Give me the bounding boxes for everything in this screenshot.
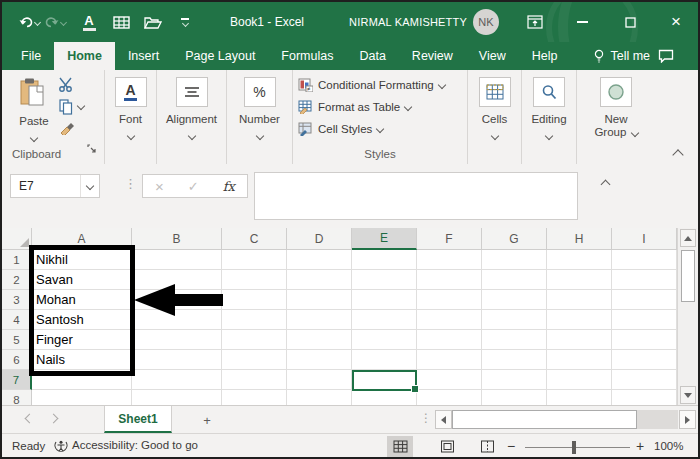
row-header-3[interactable]: 3 xyxy=(2,290,32,310)
zoom-slider-track[interactable] xyxy=(525,447,630,448)
select-all-corner[interactable] xyxy=(2,228,32,250)
clipboard-dialog-launcher[interactable] xyxy=(87,140,97,158)
cell-C5[interactable] xyxy=(222,330,287,350)
cell-F2[interactable] xyxy=(417,270,482,290)
row-header-4[interactable]: 4 xyxy=(2,310,32,330)
zoom-slider-thumb[interactable] xyxy=(572,441,576,454)
cell-I1[interactable] xyxy=(612,250,677,270)
tab-home[interactable]: Home xyxy=(54,42,115,70)
cell-H8[interactable] xyxy=(547,390,612,405)
cell-I5[interactable] xyxy=(612,330,677,350)
formula-bar-input[interactable] xyxy=(254,172,578,220)
cell-H7[interactable] xyxy=(547,370,612,390)
cell-E4[interactable] xyxy=(352,310,417,330)
cell-C1[interactable] xyxy=(222,250,287,270)
cell-C3[interactable] xyxy=(222,290,287,310)
next-sheet-icon[interactable] xyxy=(50,415,58,423)
cell-F6[interactable] xyxy=(417,350,482,370)
zoom-out-button[interactable]: − xyxy=(507,438,515,454)
close-button[interactable]: × xyxy=(659,2,693,42)
selected-cell-E7[interactable] xyxy=(352,370,417,391)
name-box[interactable]: E7 xyxy=(10,174,100,198)
cell-D1[interactable] xyxy=(287,250,352,270)
cell-I3[interactable] xyxy=(612,290,677,310)
cell-C7[interactable] xyxy=(222,370,287,390)
previous-sheet-icon[interactable] xyxy=(26,415,34,423)
tab-formulas[interactable]: Formulas xyxy=(268,42,346,70)
cell-B4[interactable] xyxy=(132,310,222,330)
cell-H6[interactable] xyxy=(547,350,612,370)
page-break-preview-button[interactable] xyxy=(474,436,500,457)
cell-B3[interactable] xyxy=(132,290,222,310)
cell-B8[interactable] xyxy=(132,390,222,405)
cell-C4[interactable] xyxy=(222,310,287,330)
column-header-D[interactable]: D xyxy=(287,228,352,250)
cell-B7[interactable] xyxy=(132,370,222,390)
cell-C2[interactable] xyxy=(222,270,287,290)
cell-D3[interactable] xyxy=(287,290,352,310)
formula-bar-separator[interactable]: ⋮ xyxy=(124,176,137,191)
cut-button[interactable] xyxy=(58,77,75,96)
cancel-button[interactable]: × xyxy=(155,178,164,195)
horizontal-scrollbar[interactable] xyxy=(435,410,696,429)
minimize-button[interactable] xyxy=(565,2,599,42)
column-header-A[interactable]: A xyxy=(32,228,132,250)
format-painter-button[interactable] xyxy=(59,119,75,139)
cell-F4[interactable] xyxy=(417,310,482,330)
cell-A6[interactable]: Nails xyxy=(32,350,132,370)
open-folder-icon[interactable] xyxy=(142,9,164,35)
tab-data[interactable]: Data xyxy=(346,42,398,70)
cell-I8[interactable] xyxy=(612,390,677,405)
cell-A7[interactable] xyxy=(32,370,132,390)
cell-B1[interactable] xyxy=(132,250,222,270)
scroll-right-button[interactable] xyxy=(679,410,696,429)
scroll-down-button[interactable] xyxy=(680,386,696,404)
copy-dropdown-icon[interactable] xyxy=(77,102,85,110)
cell-H4[interactable] xyxy=(547,310,612,330)
cell-H1[interactable] xyxy=(547,250,612,270)
cell-G1[interactable] xyxy=(482,250,547,270)
scroll-up-button[interactable] xyxy=(680,229,696,247)
cell-A3[interactable]: Mohan xyxy=(32,290,132,310)
cell-H5[interactable] xyxy=(547,330,612,350)
cell-E6[interactable] xyxy=(352,350,417,370)
cell-E3[interactable] xyxy=(352,290,417,310)
font-group[interactable]: A Font xyxy=(105,70,157,164)
zoom-level[interactable]: 100% xyxy=(654,440,683,452)
column-header-B[interactable]: B xyxy=(132,228,222,250)
enter-button[interactable]: ✓ xyxy=(188,179,199,194)
cell-A4[interactable]: Santosh xyxy=(32,310,132,330)
vertical-scrollbar[interactable] xyxy=(677,228,698,405)
column-header-E[interactable]: E xyxy=(352,228,417,250)
cell-I7[interactable] xyxy=(612,370,677,390)
tab-view[interactable]: View xyxy=(466,42,519,70)
row-header-6[interactable]: 6 xyxy=(2,350,32,370)
scroll-left-button[interactable] xyxy=(435,410,452,429)
tab-review[interactable]: Review xyxy=(399,42,466,70)
cell-C6[interactable] xyxy=(222,350,287,370)
cell-D4[interactable] xyxy=(287,310,352,330)
new-sheet-button[interactable]: + xyxy=(198,411,216,429)
fill-handle[interactable] xyxy=(411,385,419,393)
tab-file[interactable]: File xyxy=(8,42,54,70)
insert-function-button[interactable]: fx xyxy=(223,179,235,194)
cell-B2[interactable] xyxy=(132,270,222,290)
font-color-icon[interactable]: A xyxy=(78,9,100,35)
page-layout-view-button[interactable] xyxy=(434,436,460,457)
cell-D2[interactable] xyxy=(287,270,352,290)
vertical-scroll-thumb[interactable] xyxy=(681,250,695,302)
cell-D6[interactable] xyxy=(287,350,352,370)
row-header-7[interactable]: 7 xyxy=(2,370,32,390)
horizontal-scroll-track[interactable] xyxy=(452,410,678,429)
cell-E8[interactable] xyxy=(352,390,417,405)
cells-group[interactable]: Cells xyxy=(468,70,522,164)
cell-styles-button[interactable]: Cell Styles xyxy=(293,118,467,140)
cell-I6[interactable] xyxy=(612,350,677,370)
column-header-H[interactable]: H xyxy=(547,228,612,250)
cell-D7[interactable] xyxy=(287,370,352,390)
cell-I4[interactable] xyxy=(612,310,677,330)
ribbon-display-options-button[interactable] xyxy=(518,2,552,42)
cell-G5[interactable] xyxy=(482,330,547,350)
tab-insert[interactable]: Insert xyxy=(115,42,172,70)
copy-button[interactable] xyxy=(59,99,73,119)
